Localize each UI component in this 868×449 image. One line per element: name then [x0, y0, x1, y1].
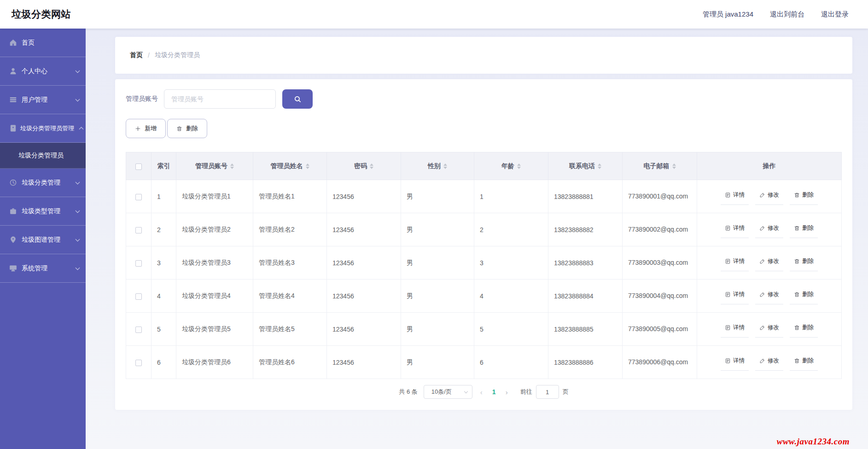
- cell-password: 123456: [327, 313, 401, 346]
- cell-account: 垃圾分类管理员4: [176, 280, 253, 313]
- page-number-current[interactable]: 1: [490, 388, 498, 396]
- sidebar-item-label: 垃圾图谱管理: [22, 236, 60, 244]
- sidebar-item-label: 个人中心: [22, 67, 47, 76]
- column-header-age[interactable]: 年龄: [474, 152, 548, 180]
- sort-caret-icon[interactable]: [517, 163, 521, 169]
- row-delete-button[interactable]: 删除: [790, 288, 818, 304]
- trash-icon: [794, 358, 800, 364]
- cell-password: 123456: [327, 346, 401, 379]
- column-header-phone[interactable]: 联系电话: [548, 152, 623, 180]
- sidebar-item-home[interactable]: 首页: [0, 29, 86, 57]
- goto-page-input[interactable]: [536, 385, 559, 399]
- row-delete-button[interactable]: 删除: [790, 188, 818, 205]
- sidebar-item-type-management[interactable]: 垃圾类型管理: [0, 197, 86, 226]
- cell-age: 4: [474, 280, 548, 313]
- page-size-select[interactable]: 10条/页: [424, 385, 472, 399]
- row-checkbox[interactable]: [135, 260, 142, 267]
- sidebar-item-atlas-management[interactable]: 垃圾图谱管理: [0, 226, 86, 254]
- row-delete-button-label: 删除: [802, 257, 814, 265]
- row-delete-button-label: 删除: [802, 324, 814, 332]
- prev-page-button[interactable]: ‹: [478, 388, 484, 396]
- table-body: 1 垃圾分类管理员1 管理员姓名1 123456 男 1 13823888881…: [126, 180, 842, 379]
- sort-caret-icon[interactable]: [306, 163, 309, 169]
- exit-to-front-link[interactable]: 退出到前台: [770, 10, 804, 19]
- edit-button[interactable]: 修改: [755, 288, 783, 304]
- detail-button-label: 详情: [733, 291, 745, 298]
- cell-phone: 13823888886: [548, 346, 623, 379]
- edit-button[interactable]: 修改: [755, 188, 783, 205]
- detail-button[interactable]: 详情: [721, 222, 749, 238]
- sidebar-item-label: 垃圾类型管理: [22, 207, 60, 216]
- row-checkbox[interactable]: [135, 360, 142, 366]
- search-icon: [294, 95, 302, 103]
- sidebar-subitem-admin-list[interactable]: 垃圾分类管理员: [0, 143, 86, 169]
- edit-button[interactable]: 修改: [755, 222, 783, 238]
- cell-gender: 男: [401, 346, 474, 379]
- sidebar-subitem-label: 垃圾分类管理员: [18, 152, 64, 160]
- next-page-button[interactable]: ›: [504, 388, 510, 396]
- cell-phone: 13823888885: [548, 313, 623, 346]
- breadcrumb: 首页 / 垃圾分类管理员: [115, 37, 852, 74]
- admin-user-link[interactable]: 管理员 java1234: [703, 10, 753, 19]
- trash-icon: [794, 325, 800, 331]
- cell-actions: 详情 修改 删除: [697, 313, 842, 346]
- row-delete-button[interactable]: 删除: [790, 321, 818, 338]
- cell-actions: 详情 修改 删除: [697, 346, 842, 379]
- select-all-checkbox[interactable]: [135, 163, 142, 170]
- pin-icon: [9, 236, 17, 244]
- edit-button[interactable]: 修改: [755, 354, 783, 371]
- row-checkbox[interactable]: [135, 327, 142, 333]
- pen-icon: [759, 225, 765, 231]
- search-input[interactable]: [164, 89, 276, 109]
- logout-link[interactable]: 退出登录: [821, 10, 849, 19]
- edit-button-label: 修改: [768, 224, 779, 232]
- goto-page-group: 前往 页: [520, 385, 569, 399]
- add-button-label: 新增: [145, 124, 157, 133]
- column-header-password[interactable]: 密码: [327, 152, 401, 180]
- sidebar-item-user-management[interactable]: 用户管理: [0, 86, 86, 114]
- sidebar-item-admin-management[interactable]: 垃圾分类管理员管理: [0, 114, 86, 143]
- sort-caret-icon[interactable]: [672, 163, 676, 169]
- edit-button[interactable]: 修改: [755, 321, 783, 338]
- breadcrumb-current: 垃圾分类管理员: [155, 51, 200, 59]
- detail-button[interactable]: 详情: [721, 321, 749, 338]
- sidebar-item-personal-center[interactable]: 个人中心: [0, 57, 86, 86]
- row-checkbox[interactable]: [135, 227, 142, 233]
- row-checkbox[interactable]: [135, 194, 142, 200]
- cell-actions: 详情 修改 删除: [697, 213, 842, 246]
- sidebar-item-label: 首页: [22, 39, 35, 47]
- column-header-email[interactable]: 电子邮箱: [623, 152, 697, 180]
- document-icon: [725, 292, 731, 297]
- sort-caret-icon[interactable]: [230, 163, 234, 169]
- cell-actions: 详情 修改 删除: [697, 180, 842, 213]
- row-delete-button[interactable]: 删除: [790, 222, 818, 238]
- breadcrumb-home-link[interactable]: 首页: [130, 51, 143, 59]
- delete-button[interactable]: 删除: [167, 119, 207, 138]
- goto-label: 前往: [520, 388, 532, 396]
- sidebar-item-classification-management[interactable]: 垃圾分类管理: [0, 169, 86, 197]
- column-header-name[interactable]: 管理员姓名: [253, 152, 327, 180]
- row-delete-button[interactable]: 删除: [790, 354, 818, 371]
- sort-caret-icon[interactable]: [370, 163, 373, 169]
- edit-button[interactable]: 修改: [755, 255, 783, 271]
- sidebar-item-system-management[interactable]: 系统管理: [0, 254, 86, 283]
- chevron-up-icon: [79, 127, 84, 132]
- search-button[interactable]: [282, 89, 313, 109]
- row-checkbox[interactable]: [135, 293, 142, 300]
- detail-button[interactable]: 详情: [721, 188, 749, 205]
- document-icon: [725, 325, 731, 331]
- sort-caret-icon[interactable]: [443, 163, 447, 169]
- sort-caret-icon[interactable]: [598, 163, 601, 169]
- cell-gender: 男: [401, 280, 474, 313]
- column-header-gender[interactable]: 性别: [401, 152, 474, 180]
- detail-button[interactable]: 详情: [721, 354, 749, 371]
- admin-list-panel: 管理员账号 新增 删除: [115, 79, 852, 410]
- detail-button[interactable]: 详情: [721, 255, 749, 271]
- cell-email: 773890005@qq.com: [623, 313, 697, 346]
- add-button[interactable]: 新增: [126, 119, 166, 138]
- detail-button[interactable]: 详情: [721, 288, 749, 304]
- cell-account: 垃圾分类管理员1: [176, 180, 253, 213]
- row-delete-button[interactable]: 删除: [790, 255, 818, 271]
- column-header-account[interactable]: 管理员账号: [176, 152, 253, 180]
- goto-page-suffix: 页: [563, 388, 569, 396]
